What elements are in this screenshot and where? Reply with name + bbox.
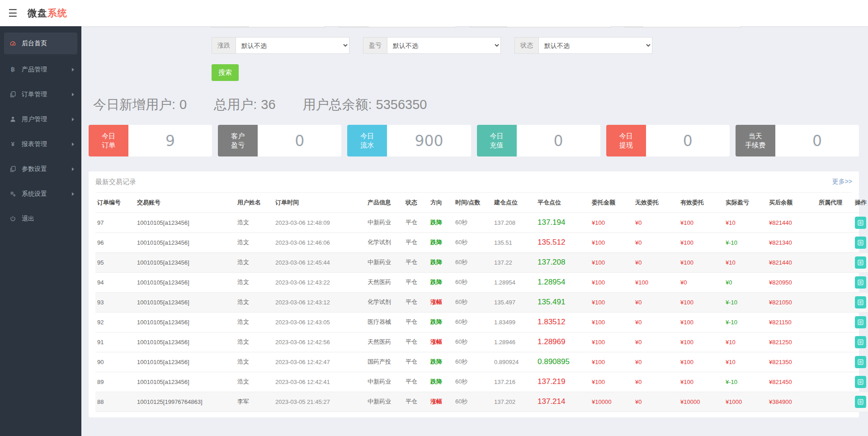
row-detail-button[interactable] [855, 316, 866, 328]
summary-cards: 今日订单9客户盈亏0今日流水900今日充值0今日提现0当天手续费0 [89, 125, 859, 156]
cell-account: 10010125[19976764863] [135, 392, 236, 412]
column-header: 订单编号 [95, 193, 135, 213]
cell-valid-entrust: ¥100 [679, 312, 724, 332]
table-row: 97 10010105[a123456] 浩文 2023-03-06 12:48… [95, 213, 868, 232]
cell-account: 10010105[a123456] [135, 312, 236, 332]
cell-username: 浩文 [236, 312, 274, 332]
cell-actual-pnl: ¥10 [724, 332, 767, 352]
cell-product: 中新药业 [366, 392, 404, 412]
cell-agent [817, 352, 853, 372]
list-icon [858, 399, 863, 405]
cell-order-time: 2023-03-06 12:46:06 [274, 232, 366, 252]
cell-order-time: 2023-03-06 12:42:56 [274, 332, 366, 352]
cell-action [853, 332, 868, 352]
card-value: 900 [387, 125, 471, 156]
updown-label: 涨跌 [212, 37, 236, 54]
trades-table: 订单编号交易账号用户姓名订单时间产品信息状态方向时间/点数建仓点位平仓点位委托金… [95, 193, 868, 412]
sidebar-item-users[interactable]: 用户管理 [0, 107, 81, 132]
list-icon [858, 220, 863, 226]
cell-product: 天然医药 [366, 272, 404, 292]
cell-status: 平仓 [404, 332, 429, 352]
cell-duration: 60秒 [453, 312, 492, 332]
cell-open-price: 137.208 [492, 213, 536, 232]
column-header: 方向 [429, 193, 453, 213]
sidebar-item-label: 用户管理 [22, 115, 47, 123]
list-icon [858, 359, 863, 365]
cell-entrust-amount: ¥100 [590, 312, 633, 332]
column-header: 所属代理 [817, 193, 853, 213]
updown-filter: 涨跌 默认不选 [212, 37, 349, 54]
stat-value: 5356350 [376, 97, 427, 112]
column-header: 交易账号 [135, 193, 236, 213]
table-header-row: 订单编号交易账号用户姓名订单时间产品信息状态方向时间/点数建仓点位平仓点位委托金… [95, 193, 868, 213]
search-button[interactable]: 搜索 [212, 64, 239, 81]
more-link[interactable]: 更多>> [832, 178, 852, 186]
row-detail-button[interactable] [855, 356, 866, 368]
sidebar-item-system[interactable]: 系统设置 [0, 181, 81, 206]
cell-invalid-entrust: ¥0 [633, 213, 679, 232]
cell-actual-pnl: ¥0 [724, 272, 767, 292]
cell-open-price: 137.202 [492, 392, 536, 412]
hamburger-menu-icon[interactable]: ☰ [8, 8, 18, 19]
column-header: 时间/点数 [453, 193, 492, 213]
row-detail-button[interactable] [855, 256, 866, 269]
cell-product: 中新药业 [366, 252, 404, 272]
chevron-right-icon [72, 192, 74, 196]
cell-username: 浩文 [236, 272, 274, 292]
cell-direction: 跌降 [429, 372, 453, 392]
cell-order-id: 95 [95, 252, 135, 272]
cell-agent [817, 232, 853, 252]
sidebar-item-label: 后台首页 [22, 39, 47, 47]
table-row: 92 10010105[a123456] 浩文 2023-03-06 12:43… [95, 312, 868, 332]
cell-order-id: 91 [95, 332, 135, 352]
sidebar-item-reports[interactable]: ¥报表管理 [0, 132, 81, 156]
card-value: 9 [128, 125, 212, 156]
cell-entrust-amount: ¥100 [590, 213, 633, 232]
sidebar-item-params[interactable]: 参数设置 [0, 156, 81, 181]
row-detail-button[interactable] [855, 237, 866, 249]
column-header: 委托金额 [590, 193, 633, 213]
cell-status: 平仓 [404, 292, 429, 312]
cell-product: 化学试剂 [366, 292, 404, 312]
cell-status: 平仓 [404, 312, 429, 332]
cell-order-id: 93 [95, 292, 135, 312]
status-select[interactable]: 默认不选 [538, 37, 652, 54]
cell-entrust-amount: ¥100 [590, 292, 633, 312]
cell-invalid-entrust: ¥0 [633, 292, 679, 312]
chevron-right-icon [72, 167, 74, 171]
cell-close-price: 137.214 [536, 392, 590, 412]
pnl-label: 盈亏 [363, 37, 387, 54]
row-detail-button[interactable] [855, 296, 866, 308]
row-detail-button[interactable] [855, 336, 866, 348]
stat-label: 用户总余额: [303, 97, 372, 112]
row-detail-button[interactable] [855, 217, 866, 229]
cell-status: 平仓 [404, 392, 429, 412]
cell-username: 浩文 [236, 232, 274, 252]
cell-account: 10010105[a123456] [135, 352, 236, 372]
sidebar-item-products[interactable]: B产品管理 [0, 57, 81, 82]
cell-duration: 60秒 [453, 352, 492, 372]
sidebar-item-logout[interactable]: 退出 [0, 206, 81, 231]
power-icon [9, 215, 22, 222]
column-header: 买后余额 [767, 193, 817, 213]
cell-account: 10010105[a123456] [135, 213, 236, 232]
cell-order-time: 2023-03-06 12:42:47 [274, 352, 366, 372]
cell-balance-after: ¥384900 [767, 392, 817, 412]
sidebar-item-home[interactable]: 后台首页 [4, 33, 77, 54]
cell-valid-entrust: ¥100 [679, 232, 724, 252]
row-detail-button[interactable] [855, 276, 866, 289]
cell-entrust-amount: ¥100 [590, 332, 633, 352]
sidebar-item-orders[interactable]: 订单管理 [0, 82, 81, 107]
cell-duration: 60秒 [453, 232, 492, 252]
list-icon [858, 379, 863, 385]
pnl-select[interactable]: 默认不选 [387, 37, 501, 54]
row-detail-button[interactable] [855, 376, 866, 388]
cell-direction: 跌降 [429, 352, 453, 372]
yen-icon: ¥ [9, 141, 22, 147]
updown-select[interactable]: 默认不选 [236, 37, 349, 54]
cell-action [853, 292, 868, 312]
row-detail-button[interactable] [855, 396, 866, 408]
cell-product: 化学试剂 [366, 232, 404, 252]
cell-username: 浩文 [236, 332, 274, 352]
table-row: 89 10010105[a123456] 浩文 2023-03-06 12:42… [95, 372, 868, 392]
